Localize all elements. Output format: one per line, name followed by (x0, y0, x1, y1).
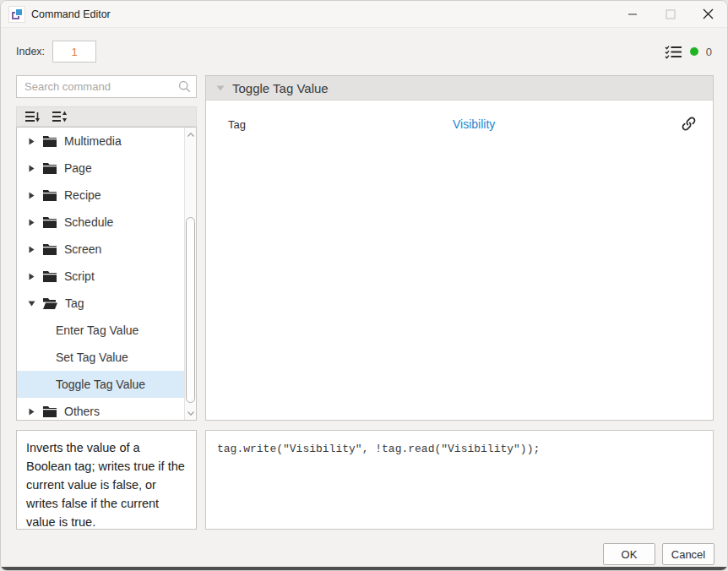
expand-arrow-icon[interactable] (27, 273, 35, 280)
collapse-arrow-icon[interactable] (27, 301, 35, 307)
search-input[interactable] (16, 75, 197, 98)
code-preview-box: tag.write("Visibility", !tag.read("Visib… (205, 430, 714, 530)
tree-item-screen[interactable]: Screen (17, 236, 184, 263)
folder-icon (43, 271, 57, 282)
collapse-section-icon[interactable] (216, 85, 225, 91)
expand-arrow-icon[interactable] (27, 138, 35, 145)
expand-all-button[interactable] (50, 109, 68, 124)
expand-arrow-icon[interactable] (27, 246, 35, 253)
command-description: Inverts the value of a Boolean tag; writ… (16, 430, 197, 530)
folder-icon (43, 244, 57, 255)
tree-toolbar (16, 106, 197, 127)
tree-item-multimedia[interactable]: Multimedia (17, 128, 184, 155)
index-input[interactable] (52, 41, 96, 63)
expand-all-icon (52, 111, 67, 122)
expand-arrow-icon[interactable] (27, 219, 35, 226)
folder-icon (43, 163, 57, 174)
command-editor-panel: Toggle Tag Value Tag Visibility (205, 75, 714, 421)
param-label: Tag (228, 118, 246, 131)
tree-item-enter-tag-value[interactable]: Enter Tag Value (17, 317, 184, 344)
expand-arrow-icon[interactable] (27, 165, 35, 172)
expand-arrow-icon[interactable] (27, 192, 35, 199)
folder-open-icon (43, 298, 57, 309)
tree-item-others[interactable]: Others (17, 398, 184, 421)
close-icon (703, 8, 714, 19)
expand-arrow-icon[interactable] (27, 408, 35, 416)
folder-icon (43, 217, 57, 228)
command-list-button[interactable] (665, 45, 682, 59)
tree-scrollbar[interactable] (184, 128, 196, 420)
folder-icon (43, 406, 57, 417)
index-label: Index: (16, 46, 45, 57)
tree-item-page[interactable]: Page (17, 155, 184, 182)
folder-icon (43, 136, 57, 147)
tree-item-set-tag-value[interactable]: Set Tag Value (17, 344, 184, 371)
index-row: Index: 0 (16, 39, 712, 64)
folder-icon (43, 190, 57, 201)
chain-link-icon (681, 116, 697, 132)
scroll-up-icon[interactable] (185, 128, 196, 140)
cancel-button[interactable]: Cancel (662, 543, 714, 565)
tree-item-script[interactable]: Script (17, 263, 184, 290)
tree-item-recipe[interactable]: Recipe (17, 182, 184, 209)
command-tree: Multimedia Page Recipe Schedule (16, 127, 197, 421)
maximize-icon (666, 9, 676, 19)
minimize-button[interactable] (613, 1, 651, 28)
collapse-all-button[interactable] (23, 109, 41, 124)
command-editor-window: Command Editor Index: (0, 0, 728, 571)
editor-panel-header[interactable]: Toggle Tag Value (206, 76, 713, 101)
generated-code: tag.write("Visibility", !tag.read("Visib… (217, 443, 540, 455)
editor-panel-title: Toggle Tag Value (232, 81, 329, 95)
status-dot-icon (690, 47, 698, 56)
tag-value-link[interactable]: Visibility (453, 117, 495, 131)
scrollbar-thumb[interactable] (186, 217, 195, 403)
collapse-all-icon (25, 111, 40, 122)
maximize-button[interactable] (651, 1, 689, 28)
sidebar: Multimedia Page Recipe Schedule (16, 75, 197, 530)
ok-button[interactable]: OK (603, 543, 655, 565)
titlebar: Command Editor (1, 1, 727, 28)
tree-item-schedule[interactable]: Schedule (17, 209, 184, 236)
param-row-tag: Tag Visibility (206, 101, 713, 148)
tree-item-toggle-tag-value[interactable]: Toggle Tag Value (17, 371, 184, 398)
command-list-icon (665, 45, 682, 59)
scroll-down-icon[interactable] (185, 407, 196, 419)
status-count: 0 (706, 46, 712, 58)
tag-picker-button[interactable] (679, 114, 698, 133)
app-icon (9, 7, 24, 22)
close-button[interactable] (689, 1, 727, 28)
window-title: Command Editor (31, 8, 111, 20)
search-icon (178, 80, 191, 96)
window-bottom-edge (1, 567, 727, 570)
minimize-icon (627, 9, 638, 19)
tree-item-tag[interactable]: Tag (17, 290, 184, 317)
